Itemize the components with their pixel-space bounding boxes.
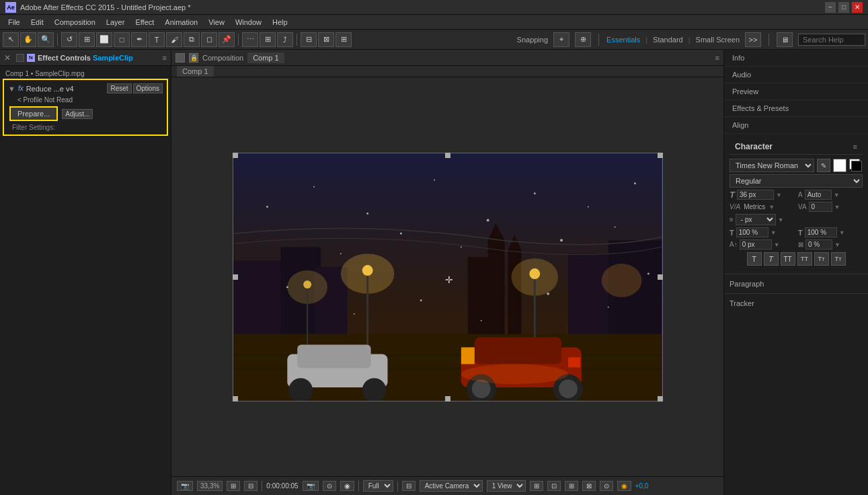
menu-window[interactable]: Window [230, 17, 267, 28]
va-input[interactable] [809, 202, 832, 212]
snapshot-btn[interactable]: 📷 [177, 481, 193, 491]
align-btn-1[interactable]: ⊟ [301, 32, 317, 47]
guides-btn[interactable]: ⊞ [565, 481, 578, 491]
leading-arrow[interactable]: ▼ [778, 217, 784, 223]
camera-btn[interactable]: 📷 [303, 481, 319, 491]
comp-panel-icon[interactable] [175, 53, 185, 63]
baseline-input[interactable] [740, 239, 772, 250]
toggle-info[interactable]: 🖥 [777, 32, 793, 47]
baseline-arrow[interactable]: ▼ [774, 241, 780, 248]
handle-right-mid[interactable] [658, 274, 663, 280]
clone-tool[interactable]: ⧉ [184, 32, 200, 47]
color-picker-btn[interactable]: ◉ [617, 481, 631, 491]
comp-tab[interactable]: Comp 1 [247, 52, 284, 63]
workspace-small[interactable]: Small Screen [696, 36, 740, 44]
workspace-standard[interactable]: Standard [653, 36, 683, 44]
audio-panel-item[interactable]: Audio [724, 67, 868, 83]
style-super-btn[interactable]: TT [814, 252, 829, 266]
text-tool[interactable]: T [149, 32, 165, 47]
pixel-btn[interactable]: ⊡ [547, 481, 561, 491]
workspace-essentials[interactable]: Essentials [606, 36, 640, 44]
panel-close-icon[interactable]: ✕ [4, 53, 11, 63]
comp-lock-icon[interactable]: 🔒 [189, 53, 198, 63]
effect-reset-btn[interactable]: Reset [107, 83, 131, 93]
menu-view[interactable]: View [203, 17, 230, 28]
hand-tool[interactable]: ✋ [20, 32, 36, 47]
quality-select[interactable]: Full [363, 480, 393, 492]
panel-menu-icon[interactable]: ≡ [163, 54, 167, 62]
font-color-white[interactable] [833, 159, 846, 172]
vscale-arrow[interactable]: ▼ [839, 229, 845, 236]
tsumi-input[interactable] [805, 239, 832, 250]
font-family-select[interactable]: Times New Roman [729, 159, 814, 172]
style-italic-btn[interactable]: T [764, 252, 779, 266]
menu-effect[interactable]: Effect [130, 17, 159, 28]
graph-tool[interactable]: ⋯ [242, 32, 258, 47]
adjust-btn[interactable]: Adjust... [62, 109, 93, 119]
motion-blur-btn[interactable]: ⊙ [323, 481, 336, 491]
eraser-tool[interactable]: ◻ [201, 32, 217, 47]
effect-expand-icon[interactable]: ▼ [8, 85, 15, 93]
style-allcaps-btn[interactable]: TT [781, 252, 795, 266]
handle-top-mid[interactable] [445, 153, 450, 158]
workspace-more[interactable]: >> [745, 32, 761, 47]
tsumi-arrow[interactable]: ▼ [834, 241, 840, 248]
handle-top-left[interactable] [233, 153, 238, 158]
view-mask-btn[interactable]: ⊟ [402, 481, 416, 491]
auto-input[interactable] [805, 190, 832, 200]
null-tool[interactable]: ⬜ [96, 32, 112, 47]
metrics-label[interactable]: Metrics [742, 202, 766, 211]
snap-icon[interactable]: ⌖ [553, 32, 569, 47]
leading-select[interactable]: - px [736, 214, 776, 225]
effect-options-btn[interactable]: Options [133, 83, 163, 93]
metrics-arrow[interactable]: ▼ [768, 204, 775, 211]
auto-arrow[interactable]: ▼ [834, 192, 840, 198]
handle-bottom-mid[interactable] [445, 396, 450, 402]
preview-panel-item[interactable]: Preview [724, 83, 868, 100]
maximize-button[interactable]: □ [838, 2, 849, 13]
motion-tool[interactable]: ⤴ [277, 32, 293, 47]
handle-left-mid[interactable] [233, 274, 238, 280]
align-btn-3[interactable]: ⊞ [336, 32, 352, 47]
viewer-area[interactable]: ✛ [171, 77, 723, 476]
selection-tool[interactable]: ↖ [3, 32, 19, 47]
search-input[interactable] [798, 34, 865, 46]
effect-name[interactable]: Reduce ...e v4 [26, 85, 74, 93]
color-swatch-back[interactable] [851, 161, 862, 172]
menu-edit[interactable]: Edit [26, 17, 49, 28]
cam-tool[interactable]: ⊞ [79, 32, 95, 47]
snap-toggle[interactable]: ⊞ [260, 32, 276, 47]
hscale-input[interactable] [736, 227, 768, 237]
camera-select[interactable]: Active Camera [420, 480, 483, 492]
menu-animation[interactable]: Animation [159, 17, 203, 28]
prepare-button[interactable]: Prepare... [9, 106, 58, 121]
handle-top-right[interactable] [658, 153, 663, 158]
rotate-tool[interactable]: ↺ [61, 32, 77, 47]
menu-layer[interactable]: Layer [101, 17, 130, 28]
zoom-tool[interactable]: 🔍 [38, 32, 54, 47]
handle-center[interactable]: ✛ [445, 274, 450, 280]
menu-help[interactable]: Help [267, 17, 293, 28]
pen-tool[interactable]: ✒ [131, 32, 147, 47]
tracker-title[interactable]: Tracker [729, 297, 863, 310]
vscale-input[interactable] [805, 227, 837, 237]
menu-composition[interactable]: Composition [49, 17, 101, 28]
minimize-button[interactable]: − [825, 2, 836, 13]
style-sub-btn[interactable]: TT [831, 252, 846, 266]
shape-tool[interactable]: □ [114, 32, 130, 47]
brush-tool[interactable]: 🖌 [166, 32, 182, 47]
menu-file[interactable]: File [3, 17, 26, 28]
hscale-arrow[interactable]: ▼ [771, 229, 777, 236]
character-menu-icon[interactable]: ≡ [853, 143, 857, 151]
align-panel-item[interactable]: Align [724, 117, 868, 134]
snap-icon2[interactable]: ⊕ [575, 32, 591, 47]
quality-btn[interactable]: ◉ [340, 481, 354, 491]
paragraph-title[interactable]: Paragraph [729, 277, 863, 291]
align-btn-2[interactable]: ⊠ [318, 32, 334, 47]
font-pencil-btn[interactable]: ✎ [817, 159, 830, 172]
views-select[interactable]: 1 View [487, 480, 526, 492]
font-size-input[interactable] [737, 190, 774, 200]
info-panel-item[interactable]: Info [724, 50, 868, 67]
handle-bottom-left[interactable] [233, 396, 238, 402]
font-style-select[interactable]: Regular [729, 174, 863, 188]
